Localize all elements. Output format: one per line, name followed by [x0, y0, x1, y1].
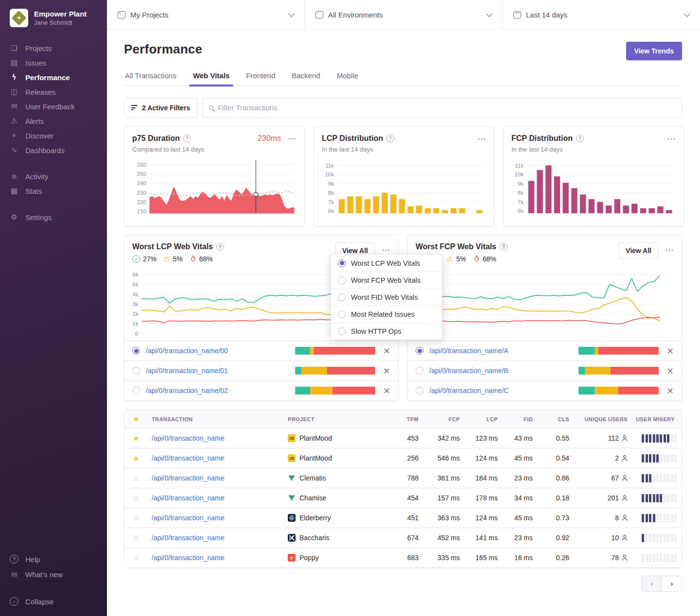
- star-toggle[interactable]: ☆: [133, 553, 140, 563]
- menu-item-label: Worst FCP Web Vitals: [351, 276, 420, 284]
- col-fcp[interactable]: FCP: [422, 416, 464, 422]
- tab-web-vitals[interactable]: Web Vitals: [192, 71, 230, 86]
- sidebar-item-discover[interactable]: ⌖Discover: [0, 128, 107, 143]
- sidebar-item-performance[interactable]: ϟPerformance: [0, 70, 107, 85]
- close-icon[interactable]: ×: [666, 346, 674, 355]
- sidebar-item-user-feedback[interactable]: ✉User Feedback: [0, 99, 107, 114]
- radio-button[interactable]: [416, 367, 423, 375]
- view-all-button[interactable]: View All: [619, 242, 658, 259]
- sidebar-item-dashboards[interactable]: ∿Dashboards: [0, 143, 107, 157]
- menu-item-slow-http-ops[interactable]: Slow HTTP Ops: [331, 323, 442, 340]
- lcp-distribution-card: LCP Distribution ? ⋯ In the last 14 days…: [314, 126, 494, 226]
- radio-button: [338, 276, 346, 284]
- transaction-link[interactable]: /api/0/transaction_name/01: [146, 367, 289, 375]
- star-toggle[interactable]: ☆: [133, 533, 140, 543]
- transaction-link[interactable]: /api/0/transaction_name: [152, 454, 224, 462]
- sidebar-item-settings[interactable]: ⚙Settings: [0, 210, 107, 224]
- tab-all-transactions[interactable]: All Transactions: [124, 71, 177, 86]
- card-menu-icon[interactable]: ⋯: [667, 136, 676, 141]
- col-lcp[interactable]: LCP: [464, 416, 502, 422]
- col-tpm[interactable]: TPM: [393, 416, 422, 422]
- sidebar-item-releases[interactable]: ◫Releases: [0, 85, 107, 99]
- close-icon[interactable]: ×: [666, 366, 674, 375]
- tab-mobile[interactable]: Mobile: [336, 71, 359, 86]
- card-menu-icon[interactable]: ⋯: [288, 136, 297, 141]
- star-toggle[interactable]: ☆: [133, 474, 140, 483]
- sidebar-item-issues[interactable]: ▤Issues: [0, 55, 107, 70]
- radio-button[interactable]: [132, 347, 140, 355]
- transaction-link[interactable]: /api/0/transaction_name/00: [146, 347, 289, 355]
- sidebar-item-alerts[interactable]: ⚠Alerts: [0, 114, 107, 128]
- card-menu-icon[interactable]: ⋯: [665, 247, 674, 252]
- star-toggle[interactable]: ☆: [133, 494, 140, 503]
- col-project[interactable]: Project: [284, 416, 393, 422]
- menu-item-worst-lcp[interactable]: Worst LCP Web Vitals: [331, 255, 442, 272]
- col-user-misery[interactable]: User Misery: [631, 416, 682, 422]
- active-filters-button[interactable]: 2 Active Filters: [124, 98, 197, 118]
- fcp-distribution-chart: 11k10k9k8k7k6k: [511, 158, 676, 217]
- vital-transaction-row: /api/0/transaction_name/A ×: [408, 341, 682, 360]
- transaction-link[interactable]: /api/0/transaction_name/B: [429, 367, 573, 375]
- sidebar-item-stats[interactable]: ▦Stats: [0, 184, 107, 198]
- col-cls[interactable]: CLS: [537, 416, 573, 422]
- tab-frontend[interactable]: Frontend: [245, 71, 276, 86]
- help-icon[interactable]: ?: [216, 243, 224, 251]
- transaction-link[interactable]: /api/0/transaction_name: [152, 434, 224, 442]
- star-toggle[interactable]: ★: [133, 454, 140, 463]
- help-icon[interactable]: ?: [500, 243, 508, 251]
- fire-icon: [190, 255, 196, 263]
- transaction-link[interactable]: /api/0/transaction_name/02: [146, 387, 289, 394]
- star-toggle[interactable]: ★: [133, 434, 140, 443]
- radio-button[interactable]: [416, 387, 423, 394]
- card-title: Worst FCP Web Vitals: [416, 242, 496, 251]
- transaction-link[interactable]: /api/0/transaction_name: [152, 554, 224, 562]
- transaction-link[interactable]: /api/0/transaction_name/A: [429, 347, 573, 355]
- vital-breakdown-bar: [578, 367, 659, 375]
- date-range-selector[interactable]: Last 14 days: [503, 0, 700, 29]
- sidebar-item-activity[interactable]: ≡Activity: [0, 169, 107, 184]
- search-input[interactable]: [218, 103, 675, 112]
- card-menu-icon[interactable]: ⋯: [477, 136, 486, 141]
- transaction-link[interactable]: /api/0/transaction_name/C: [429, 387, 573, 394]
- table-row: ★/api/0/transaction_nameJSPlantMood45334…: [124, 428, 682, 448]
- close-icon[interactable]: ×: [383, 346, 390, 355]
- help-icon[interactable]: ?: [386, 135, 394, 142]
- next-page-button[interactable]: ›: [662, 576, 682, 591]
- col-transaction[interactable]: Transaction: [148, 416, 284, 422]
- org-switcher[interactable]: ✦ Empower Plant Jane Schmidt: [0, 7, 107, 36]
- radio-button[interactable]: [132, 387, 140, 394]
- project-name: PlantMood: [299, 454, 332, 462]
- sidebar-item-whats-new[interactable]: ((•))What’s new: [0, 567, 107, 582]
- sidebar-item-projects[interactable]: ❏Projects: [0, 41, 107, 55]
- col-fid[interactable]: FID: [502, 416, 537, 422]
- help-icon[interactable]: ?: [183, 135, 191, 142]
- view-trends-button[interactable]: View Trends: [626, 42, 682, 60]
- close-icon[interactable]: ×: [383, 366, 390, 375]
- transaction-link[interactable]: /api/0/transaction_name: [152, 534, 224, 542]
- metric-fcp: 546 ms: [422, 454, 464, 462]
- col-unique-users[interactable]: Unique Users: [573, 416, 631, 422]
- menu-item-most-related-issues[interactable]: Most Related Issues: [331, 306, 442, 323]
- environment-selector[interactable]: All Environments: [305, 0, 503, 29]
- sidebar-item-collapse[interactable]: ‹Collapse: [0, 594, 107, 609]
- menu-item-worst-fid[interactable]: Worst FID Web Vitals: [331, 289, 442, 306]
- menu-item-worst-fcp[interactable]: Worst FCP Web Vitals: [331, 272, 442, 289]
- close-icon[interactable]: ×: [666, 386, 674, 395]
- help-icon[interactable]: ?: [576, 135, 584, 142]
- star-toggle[interactable]: ☆: [133, 513, 140, 523]
- close-icon[interactable]: ×: [383, 386, 390, 395]
- svg-text:6k: 6k: [133, 272, 139, 277]
- star-column-header-icon[interactable]: ★: [133, 414, 140, 424]
- metric-lcp: 184 ms: [464, 474, 502, 482]
- table-row: ☆/api/0/transaction_nameePoppy683335 ms1…: [124, 548, 682, 567]
- project-selector[interactable]: My Projects: [107, 0, 305, 29]
- radio-button[interactable]: [132, 367, 140, 375]
- sidebar-item-help[interactable]: ?Help: [0, 551, 107, 567]
- previous-page-button[interactable]: ‹: [642, 576, 662, 591]
- transaction-link[interactable]: /api/0/transaction_name: [152, 474, 224, 482]
- radio-button[interactable]: [416, 347, 423, 355]
- transaction-link[interactable]: /api/0/transaction_name: [152, 494, 224, 502]
- warning-icon: ⚠: [447, 256, 453, 263]
- tab-backend[interactable]: Backend: [291, 71, 321, 86]
- transaction-link[interactable]: /api/0/transaction_name: [152, 514, 224, 522]
